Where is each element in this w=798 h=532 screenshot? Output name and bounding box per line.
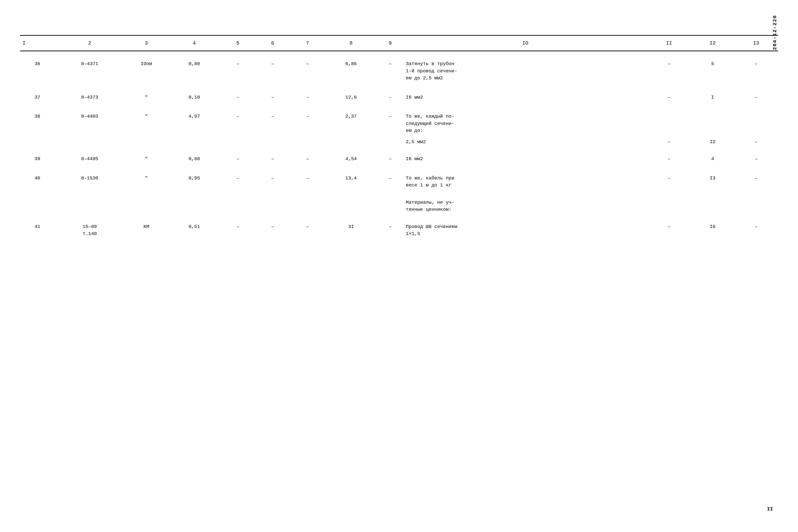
header-col-7: 7 — [290, 36, 325, 51]
cell-38-12 — [691, 110, 735, 137]
cell-40s-3 — [125, 198, 168, 214]
cell-40-13: – — [735, 172, 778, 192]
header-col-11: II — [647, 36, 691, 51]
cell-38-13 — [735, 110, 778, 137]
spacer — [20, 166, 778, 172]
cell-39-1: 39 — [20, 152, 55, 166]
cell-40s-10: Материалы, не уч- тенные ценником: — [403, 198, 647, 214]
cell-38-1: 38 — [20, 110, 55, 137]
cell-40-12: I3 — [691, 172, 735, 192]
cell-38-9: – — [377, 110, 403, 137]
cell-39-5: – — [221, 152, 255, 166]
cell-38-7: – — [290, 110, 325, 137]
spacer — [20, 146, 778, 152]
cell-39-6: – — [255, 152, 290, 166]
cell-38s-10: 2,5 мм2 — [403, 137, 647, 147]
cell-39-2: 8–4405 — [55, 152, 125, 166]
cell-38-11 — [647, 110, 691, 137]
table-row: 41 15–09 т.140 KM 0,51 – – – 3I – Провод… — [20, 220, 778, 241]
table-row: 37 8–4373 " 0,10 – – – 12,6 – I6 мм2 – I… — [20, 91, 778, 104]
cell-37-11: – — [647, 91, 691, 104]
spacer — [20, 192, 778, 198]
cell-41-6: – — [255, 220, 290, 241]
cell-40s-5 — [221, 198, 255, 214]
cell-38s-11: – — [647, 137, 691, 147]
header-col-3: 3 — [125, 36, 168, 51]
cell-40s-6 — [255, 198, 290, 214]
cell-38s-6 — [255, 137, 290, 147]
cell-41-9: – — [377, 220, 403, 241]
cell-40s-9 — [377, 198, 403, 214]
cell-38s-5 — [221, 137, 255, 147]
cell-38-3: " — [125, 110, 168, 137]
cell-39-11: – — [647, 152, 691, 166]
cell-40s-11 — [647, 198, 691, 214]
cell-36-11: – — [647, 57, 691, 85]
table-row: 38 8–4403 " 4,97 – – – 2,37 – То же, каж… — [20, 110, 778, 137]
cell-38-8: 2,37 — [325, 110, 377, 137]
cell-38s-1 — [20, 137, 55, 147]
cell-39-9: – — [377, 152, 403, 166]
cell-39-12: 4 — [691, 152, 735, 166]
cell-40-11: – — [647, 172, 691, 192]
cell-36-7: – — [290, 57, 325, 85]
cell-40s-12 — [691, 198, 735, 214]
cell-38s-7 — [290, 137, 325, 147]
cell-41-1: 41 — [20, 220, 55, 241]
cell-39-10: I6 мм2 — [403, 152, 647, 166]
cell-36-2: 8–4371 — [55, 57, 125, 85]
cell-40-6: – — [255, 172, 290, 192]
header-col-6: 6 — [255, 36, 290, 51]
cell-38-5: – — [221, 110, 255, 137]
cell-36-8: 6,86 — [325, 57, 377, 85]
cell-40-2: 8–1530 — [55, 172, 125, 192]
cell-37-4: 0,10 — [168, 91, 221, 104]
cell-40s-7 — [290, 198, 325, 214]
main-table: I 2 3 4 5 6 7 8 9 IO II I2 I3 36 8–4371 … — [20, 35, 778, 241]
table-row: 36 8–4371 IOом 0,80 – – – 6,86 – Затянут… — [20, 57, 778, 85]
table-row-sub: Материалы, не уч- тенные ценником: — [20, 198, 778, 214]
cell-41-2: 15–09 т.140 — [55, 220, 125, 241]
cell-40s-1 — [20, 198, 55, 214]
cell-38s-8 — [325, 137, 377, 147]
cell-39-3: " — [125, 152, 168, 166]
cell-40-10: То же, кабель при весе 1 м до 1 кг — [403, 172, 647, 192]
cell-40-5: – — [221, 172, 255, 192]
cell-36-13: – — [735, 57, 778, 85]
cell-37-2: 8–4373 — [55, 91, 125, 104]
cell-40s-13 — [735, 198, 778, 214]
cell-38-6: – — [255, 110, 290, 137]
header-col-2: 2 — [55, 36, 125, 51]
cell-40-3: " — [125, 172, 168, 192]
cell-37-13: – — [735, 91, 778, 104]
cell-40-7: – — [290, 172, 325, 192]
cell-41-7: – — [290, 220, 325, 241]
table-wrapper: I 2 3 4 5 6 7 8 9 IO II I2 I3 36 8–4371 … — [20, 35, 778, 241]
table-row-sub: 2,5 мм2 – I2 – — [20, 137, 778, 147]
table-row: 39 8–4405 " 0,88 – – – 4,54 – I6 мм2 – 4… — [20, 152, 778, 166]
cell-40-1: 40 — [20, 172, 55, 192]
header-col-10: IO — [403, 36, 647, 51]
cell-37-6: – — [255, 91, 290, 104]
cell-36-3: IOом — [125, 57, 168, 85]
header-col-8: 8 — [325, 36, 377, 51]
table-row: 40 8–1530 " 0,95 – – – 13,4 – То же, каб… — [20, 172, 778, 192]
cell-41-11: – — [647, 220, 691, 241]
cell-36-5: – — [221, 57, 255, 85]
bottom-label: II — [767, 506, 773, 512]
cell-38s-4 — [168, 137, 221, 147]
cell-40s-4 — [168, 198, 221, 214]
cell-38s-9 — [377, 137, 403, 147]
cell-38s-3 — [125, 137, 168, 147]
cell-37-3: " — [125, 91, 168, 104]
table-header-row: I 2 3 4 5 6 7 8 9 IO II I2 I3 — [20, 36, 778, 51]
cell-36-9: – — [377, 57, 403, 85]
cell-38-10: То же, каждый по- следующий сечени- ем д… — [403, 110, 647, 137]
cell-37-9: – — [377, 91, 403, 104]
spacer — [20, 51, 778, 58]
header-col-13: I3 — [735, 36, 778, 51]
cell-37-7: – — [290, 91, 325, 104]
cell-41-10: Провод ШВ сечением 1×1,5 — [403, 220, 647, 241]
header-col-9: 9 — [377, 36, 403, 51]
cell-38s-12: I2 — [691, 137, 735, 147]
